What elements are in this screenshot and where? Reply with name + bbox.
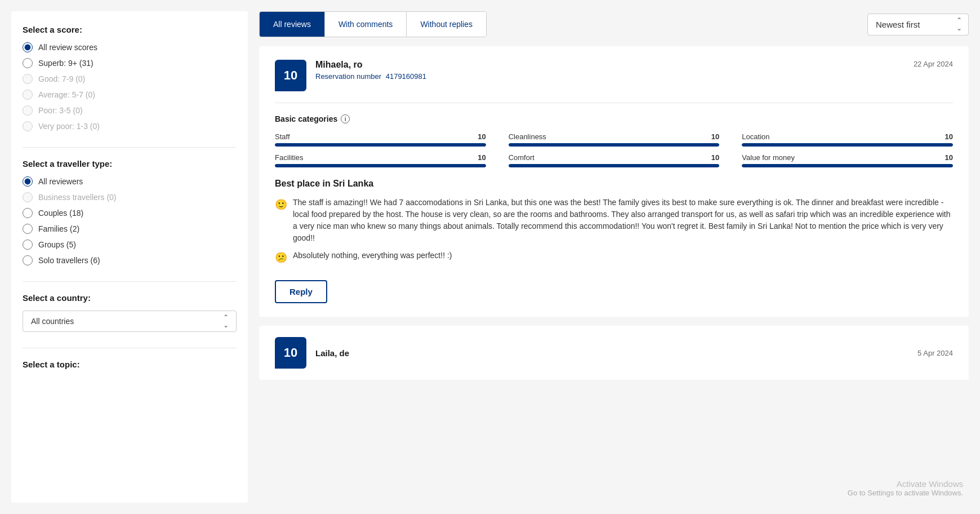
reviewer-info-2: Laila, de <box>315 348 908 358</box>
traveller-label-families: Families (2) <box>38 224 79 233</box>
reviewer-name-2: Laila, de <box>315 348 908 358</box>
traveller-label-couples: Couples (18) <box>38 209 83 218</box>
reservation-value: 4179160981 <box>386 72 426 81</box>
score-label-poor: Poor: 3-5 (0) <box>38 106 83 115</box>
review-positive-text: 🙂 The staff is amazing!! We had 7 aaccom… <box>275 197 953 244</box>
reviewer-name-1: Mihaela, ro <box>315 60 905 70</box>
review-date-2: 5 Apr 2024 <box>917 349 953 357</box>
category-cleanliness: Cleanliness 10 <box>509 132 720 147</box>
traveller-radio-groups[interactable] <box>23 240 33 250</box>
reply-button-1[interactable]: Reply <box>275 280 327 303</box>
positive-text-content: The staff is amazing!! We had 7 aaccomod… <box>293 197 953 244</box>
score-radio-all[interactable] <box>23 42 33 52</box>
positive-emoji-icon: 🙂 <box>275 197 287 212</box>
reservation-label: Reservation number <box>315 72 381 81</box>
traveller-option-groups[interactable]: Groups (5) <box>23 240 237 250</box>
topic-filter-section: Select a topic: <box>23 360 237 369</box>
negative-text-content: Absolutely nothing, everything was perfe… <box>293 250 452 262</box>
tabs-bar: All reviews With comments Without replie… <box>259 11 969 37</box>
score-radio-superb[interactable] <box>23 58 33 68</box>
reviewer-info-1: Mihaela, ro Reservation number 417916098… <box>315 60 905 81</box>
traveller-label-solo: Solo travellers (6) <box>38 256 100 265</box>
category-facilities: Facilities 10 <box>275 153 486 167</box>
info-icon: i <box>341 114 350 123</box>
review-negative-text: 😕 Absolutely nothing, everything was per… <box>275 250 953 265</box>
categories-section: Basic categories i Staff 10 Cleanliness <box>275 114 953 167</box>
category-value-for-money: Value for money 10 <box>742 153 953 167</box>
score-filter-title: Select a score: <box>23 25 237 34</box>
country-filter-title: Select a country: <box>23 293 237 303</box>
score-radio-verypoor <box>23 121 33 131</box>
review-title-1: Best place in Sri Lanka <box>275 179 953 189</box>
score-option-average[interactable]: Average: 5-7 (0) <box>23 90 237 100</box>
review-card-2: 10 Laila, de 5 Apr 2024 <box>259 326 969 380</box>
categories-title: Basic categories i <box>275 114 953 123</box>
score-option-good[interactable]: Good: 7-9 (0) <box>23 74 237 84</box>
score-radio-poor <box>23 105 33 116</box>
sidebar: Select a score: All review scores Superb… <box>11 11 248 503</box>
score-label-superb: Superb: 9+ (31) <box>38 59 93 68</box>
main-content: All reviews With comments Without replie… <box>259 11 969 503</box>
traveller-label-all: All reviewers <box>38 177 83 186</box>
traveller-radio-families[interactable] <box>23 224 33 234</box>
reservation-number-1: Reservation number 4179160981 <box>315 72 905 81</box>
score-badge-2: 10 <box>275 337 306 369</box>
score-option-poor[interactable]: Poor: 3-5 (0) <box>23 105 237 116</box>
score-radio-average <box>23 90 33 100</box>
score-radio-good <box>23 74 33 84</box>
sort-select[interactable]: Newest first Oldest first Highest score … <box>867 14 969 36</box>
country-select-wrap: All countries ⌃⌄ <box>23 311 237 332</box>
score-option-all[interactable]: All review scores <box>23 42 237 52</box>
score-option-verypoor[interactable]: Very poor: 1-3 (0) <box>23 121 237 131</box>
traveller-option-families[interactable]: Families (2) <box>23 224 237 234</box>
score-label-verypoor: Very poor: 1-3 (0) <box>38 122 100 131</box>
traveller-label-groups: Groups (5) <box>38 240 76 249</box>
score-label-good: Good: 7-9 (0) <box>38 74 85 83</box>
negative-emoji-icon: 😕 <box>275 250 287 265</box>
category-staff: Staff 10 <box>275 132 486 147</box>
traveller-label-business: Business travellers (0) <box>38 193 117 202</box>
traveller-option-all[interactable]: All reviewers <box>23 176 237 187</box>
review-card-1: 10 Mihaela, ro Reservation number 417916… <box>259 46 969 317</box>
score-label-all: All review scores <box>38 43 97 52</box>
traveller-radio-all[interactable] <box>23 176 33 187</box>
country-select[interactable]: All countries <box>23 311 237 332</box>
score-badge-1: 10 <box>275 60 306 91</box>
traveller-option-business: Business travellers (0) <box>23 192 237 202</box>
traveller-filter-section: Select a traveller type: All reviewers B… <box>23 159 237 265</box>
traveller-radio-group: All reviewers Business travellers (0) Co… <box>23 176 237 265</box>
traveller-option-solo[interactable]: Solo travellers (6) <box>23 255 237 265</box>
traveller-option-couples[interactable]: Couples (18) <box>23 208 237 218</box>
tab-all-reviews[interactable]: All reviews <box>260 12 325 37</box>
tab-with-comments[interactable]: With comments <box>325 12 407 37</box>
traveller-radio-business <box>23 192 33 202</box>
traveller-radio-couples[interactable] <box>23 208 33 218</box>
topic-filter-title: Select a topic: <box>23 360 237 369</box>
sort-dropdown-wrap: Newest first Oldest first Highest score … <box>867 14 969 36</box>
tabs-group: All reviews With comments Without replie… <box>259 11 487 37</box>
review-header-1: 10 Mihaela, ro Reservation number 417916… <box>275 60 953 91</box>
score-filter-section: Select a score: All review scores Superb… <box>23 25 237 131</box>
tab-without-replies[interactable]: Without replies <box>407 12 486 37</box>
categories-grid: Staff 10 Cleanliness 10 <box>275 132 953 167</box>
traveller-radio-solo[interactable] <box>23 255 33 265</box>
score-label-average: Average: 5-7 (0) <box>38 90 95 99</box>
review-date-1: 22 Apr 2024 <box>914 60 953 68</box>
category-comfort: Comfort 10 <box>509 153 720 167</box>
category-location: Location 10 <box>742 132 953 147</box>
score-radio-group: All review scores Superb: 9+ (31) Good: … <box>23 42 237 131</box>
country-filter-section: Select a country: All countries ⌃⌄ <box>23 293 237 332</box>
traveller-filter-title: Select a traveller type: <box>23 159 237 169</box>
score-option-superb[interactable]: Superb: 9+ (31) <box>23 58 237 68</box>
